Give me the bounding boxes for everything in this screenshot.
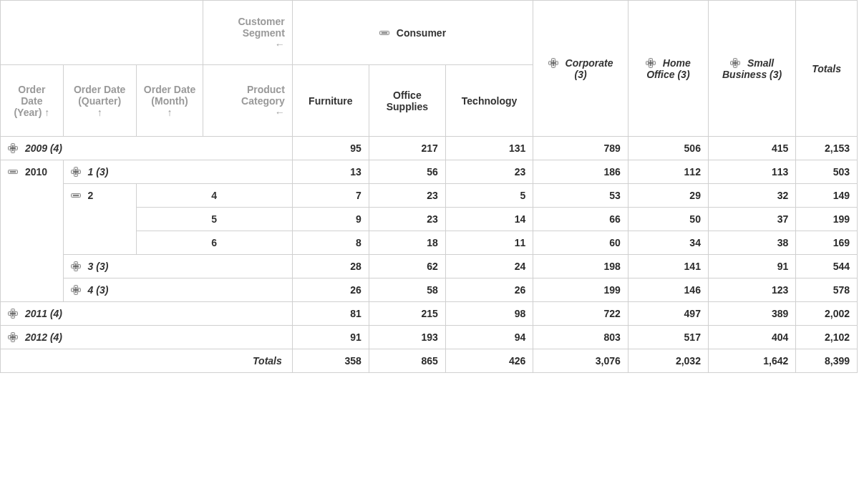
cell: 2,102 — [796, 326, 858, 349]
minus-icon[interactable] — [71, 190, 81, 200]
month-5-label[interactable]: 5 — [136, 208, 292, 231]
cell: 9 — [292, 208, 369, 231]
quarter-2010-3-toggle[interactable]: 3 (3) — [63, 255, 292, 278]
corporate-label: Corporate (3) — [566, 57, 613, 80]
cell: 26 — [445, 278, 533, 302]
cell: 112 — [628, 160, 708, 184]
plus-icon[interactable] — [71, 261, 81, 271]
cell: 2,153 — [796, 137, 858, 160]
pivot-table: Customer Segment ← Consumer Corporate (3… — [0, 0, 858, 373]
cell: 193 — [369, 326, 445, 349]
cell: 18 — [369, 231, 445, 255]
plus-icon[interactable] — [8, 143, 18, 153]
arrow-up-icon: ↑ — [168, 107, 173, 118]
minus-icon[interactable] — [379, 28, 389, 38]
plus-icon[interactable] — [71, 167, 81, 177]
cell: 32 — [708, 184, 795, 208]
totals-row: Totals 358 865 426 3,076 2,032 1,642 8,3… — [1, 349, 858, 373]
cell: 789 — [533, 137, 629, 160]
cell: 23 — [445, 160, 533, 184]
cell: 13 — [292, 160, 369, 184]
table-row: 2010 1 (3) 13 56 23 186 112 113 503 — [1, 160, 858, 184]
product-category-header[interactable]: Product Category ← — [203, 65, 292, 137]
cell: 358 — [292, 349, 369, 373]
cell: 199 — [533, 278, 629, 302]
plus-icon[interactable] — [8, 332, 18, 342]
customer-segment-label: Customer Segment — [238, 16, 284, 39]
cell: 141 — [628, 255, 708, 278]
minus-icon[interactable] — [8, 167, 18, 177]
cell: 113 — [708, 160, 795, 184]
cell: 1,642 — [708, 349, 795, 373]
product-category-label: Product Category — [241, 84, 285, 107]
table-row: 2011 (4) 81 215 98 722 497 389 2,002 — [1, 302, 858, 326]
office-supplies-header[interactable]: Office Supplies — [369, 65, 445, 137]
plus-icon[interactable] — [730, 58, 740, 68]
plus-icon[interactable] — [548, 58, 558, 68]
table-row: 3 (3) 28 62 24 198 141 91 544 — [1, 255, 858, 278]
cell: 24 — [445, 255, 533, 278]
cell: 60 — [533, 231, 629, 255]
cell: 66 — [533, 208, 629, 231]
arrow-up-icon: ↑ — [97, 107, 102, 118]
table-row: 4 (3) 26 58 26 199 146 123 578 — [1, 278, 858, 302]
year-2012-toggle[interactable]: 2012 (4) — [1, 326, 293, 349]
cell: 722 — [533, 302, 629, 326]
quarter-2010-2-toggle[interactable]: 2 — [63, 184, 136, 255]
cell: 58 — [369, 278, 445, 302]
home-office-header[interactable]: Home Office (3) — [628, 1, 708, 137]
cell: 81 — [292, 302, 369, 326]
cell: 146 — [628, 278, 708, 302]
cell: 404 — [708, 326, 795, 349]
order-date-quarter-label: Order Date (Quarter) — [74, 84, 125, 107]
corporate-header[interactable]: Corporate (3) — [533, 1, 629, 137]
cell: 95 — [292, 137, 369, 160]
small-business-header[interactable]: Small Business (3) — [708, 1, 795, 137]
cell: 517 — [628, 326, 708, 349]
order-date-year-header[interactable]: Order Date (Year) ↑ — [1, 65, 64, 137]
cell: 497 — [628, 302, 708, 326]
year-2010-toggle[interactable]: 2010 — [1, 160, 64, 302]
cell: 53 — [533, 184, 629, 208]
cell: 198 — [533, 255, 629, 278]
cell: 94 — [445, 326, 533, 349]
cell: 7 — [292, 184, 369, 208]
order-date-month-label: Order Date (Month) — [144, 84, 195, 107]
cell: 415 — [708, 137, 795, 160]
plus-icon[interactable] — [8, 309, 18, 319]
cell: 123 — [708, 278, 795, 302]
year-2011-toggle[interactable]: 2011 (4) — [1, 302, 293, 326]
cell: 28 — [292, 255, 369, 278]
quarter-2010-1-toggle[interactable]: 1 (3) — [63, 160, 292, 184]
cell: 199 — [796, 208, 858, 231]
consumer-header[interactable]: Consumer — [292, 1, 533, 65]
year-2009-toggle[interactable]: 2009 (4) — [1, 137, 293, 160]
cell: 38 — [708, 231, 795, 255]
plus-icon[interactable] — [646, 58, 656, 68]
month-4-label[interactable]: 4 — [136, 184, 292, 208]
totals-row-label: Totals — [1, 349, 293, 373]
cell: 56 — [369, 160, 445, 184]
cell: 215 — [369, 302, 445, 326]
technology-header[interactable]: Technology — [445, 65, 533, 137]
table-row: 2009 (4) 95 217 131 789 506 415 2,153 — [1, 137, 858, 160]
cell: 186 — [533, 160, 629, 184]
arrow-up-icon: ↑ — [44, 107, 49, 118]
customer-segment-header[interactable]: Customer Segment ← — [203, 1, 292, 65]
order-date-year-label: Order Date (Year) — [14, 84, 45, 118]
cell: 5 — [445, 184, 533, 208]
month-6-label[interactable]: 6 — [136, 231, 292, 255]
order-date-quarter-header[interactable]: Order Date (Quarter) ↑ — [63, 65, 136, 137]
plus-icon[interactable] — [71, 285, 81, 295]
cell: 8,399 — [796, 349, 858, 373]
cell: 865 — [369, 349, 445, 373]
quarter-2010-4-toggle[interactable]: 4 (3) — [63, 278, 292, 302]
cell: 426 — [445, 349, 533, 373]
arrow-left-icon: ← — [275, 107, 285, 118]
totals-col-label: Totals — [812, 63, 841, 74]
cell: 91 — [292, 326, 369, 349]
cell: 2,032 — [628, 349, 708, 373]
furniture-header[interactable]: Furniture — [292, 65, 369, 137]
cell: 544 — [796, 255, 858, 278]
order-date-month-header[interactable]: Order Date (Month) ↑ — [136, 65, 203, 137]
